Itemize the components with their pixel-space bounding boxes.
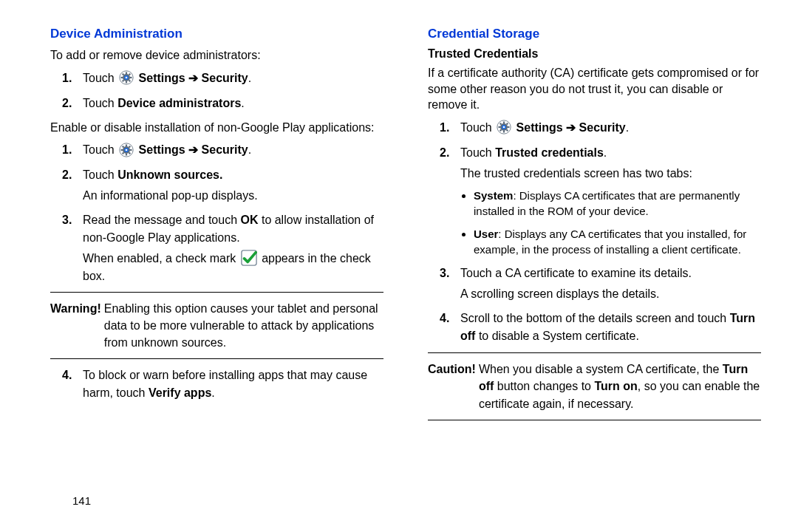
svg-point-36 (503, 126, 505, 129)
svg-rect-28 (499, 126, 501, 128)
step-text: . (211, 386, 214, 399)
list-item: System: Displays CA certificates that ar… (474, 188, 761, 219)
step-item: Touch Trusted credentials. The trusted c… (460, 144, 761, 257)
ok-label: OK (240, 214, 258, 226)
step-text: Touch (83, 168, 117, 181)
device-admin-intro: To add or remove device administrators: (50, 47, 383, 64)
page-number: 141 (72, 494, 91, 507)
step-text: . (604, 146, 607, 159)
settings-label: Settings (139, 143, 185, 156)
step-text: . (241, 97, 244, 109)
right-column: Credential Storage Trusted Credentials I… (428, 27, 761, 428)
caution-note: Caution! When you disable a system CA ce… (428, 361, 761, 412)
divider (50, 358, 383, 359)
gear-icon (497, 120, 511, 134)
svg-rect-27 (503, 131, 505, 133)
step-follow-text: An informational pop-up displays. (83, 187, 383, 204)
trusted-credentials-steps: Touch Settings ➔ Security. Touch Trusted… (428, 119, 761, 345)
step-text: Touch (83, 72, 117, 84)
svg-rect-15 (121, 149, 123, 151)
verify-apps-steps: To block or warn before installing apps … (50, 366, 383, 402)
svg-point-23 (126, 149, 128, 151)
svg-rect-3 (121, 77, 123, 78)
svg-rect-26 (503, 122, 505, 124)
unknown-sources-intro: Enable or disable installation of non-Go… (50, 120, 383, 136)
caution-label: Caution! (428, 361, 476, 412)
tabs-bullets: System: Displays CA certificates that ar… (460, 188, 761, 257)
step-item: Touch Settings ➔ Security. (460, 119, 761, 137)
step-text: . (626, 121, 629, 134)
caution-text: button changes to (494, 380, 594, 392)
system-tab-label: System (474, 189, 513, 202)
step-text: Touch (83, 97, 117, 109)
device-admin-heading: Device Administration (50, 27, 383, 41)
svg-rect-29 (508, 126, 510, 128)
arrow-icon: ➔ (185, 143, 202, 156)
divider (428, 420, 761, 420)
step-item: Scroll to the bottom of the details scre… (460, 310, 761, 345)
trusted-credentials-label: Trusted credentials (495, 146, 604, 159)
step-follow-text: When enabled, a check mark appears in th… (83, 250, 383, 284)
device-admin-steps-a: Touch Settings ➔ Security. Touch Device … (50, 69, 383, 112)
warning-label: Warning! (50, 300, 101, 352)
step-item: Touch Settings ➔ Security. (83, 69, 383, 87)
unknown-sources-label: Unknown sources. (117, 168, 222, 181)
trusted-credentials-intro: If a certificate authority (CA) certific… (428, 65, 761, 113)
settings-label: Settings (139, 72, 185, 84)
user-tab-label: User (474, 228, 498, 240)
step-text: To block or warn before installing apps … (83, 369, 367, 399)
step-text: . (248, 143, 251, 156)
step-item: Touch Settings ➔ Security. (83, 141, 383, 159)
list-item: User: Displays any CA certificates that … (474, 226, 761, 257)
svg-point-11 (126, 77, 128, 79)
turn-on-label: Turn on (594, 380, 637, 392)
device-administrators-label: Device administrators (117, 97, 241, 109)
arrow-icon: ➔ (563, 121, 579, 134)
security-label: Security (579, 121, 626, 134)
gear-icon (119, 143, 134, 157)
svg-rect-2 (126, 81, 127, 83)
svg-rect-13 (126, 144, 127, 146)
step-item: Touch Unknown sources. An informational … (83, 166, 383, 204)
warning-note: Warning! Enabling this option causes you… (50, 300, 383, 352)
divider (50, 292, 383, 293)
caution-body: When you disable a system CA certificate… (479, 361, 761, 412)
gear-icon (119, 70, 134, 85)
step-text: Scroll to the bottom of the details scre… (460, 312, 730, 324)
svg-rect-4 (130, 77, 132, 78)
svg-rect-1 (126, 72, 127, 75)
caution-text: When you disable a system CA certificate… (479, 363, 723, 375)
step-text: Touch (83, 143, 117, 156)
verify-apps-label: Verify apps (149, 386, 211, 399)
step-text: Touch a CA certificate to examine its de… (460, 267, 692, 279)
bullet-body: : Displays any CA certificates that you … (474, 228, 746, 256)
step-text: . (248, 72, 251, 84)
arrow-icon: ➔ (185, 72, 202, 84)
credential-storage-heading: Credential Storage (428, 27, 761, 41)
checkmark-icon (241, 250, 257, 266)
warning-body: Enabling this option causes your tablet … (104, 300, 383, 352)
step-follow-text: The trusted credentials screen has two t… (460, 165, 761, 182)
svg-rect-16 (130, 149, 132, 151)
step-text: Touch (460, 121, 495, 134)
step-item: Touch Device administrators. (83, 95, 383, 112)
trusted-credentials-subheading: Trusted Credentials (428, 47, 761, 61)
step-text: to disable a System certificate. (475, 330, 638, 342)
security-label: Security (202, 143, 248, 156)
step-item: Touch a CA certificate to examine its de… (460, 265, 761, 302)
step-text: Read the message and touch (83, 214, 240, 226)
step-text: Touch (460, 146, 495, 159)
divider (428, 352, 761, 353)
bullet-body: : Displays CA certificates that are perm… (474, 189, 740, 217)
settings-label: Settings (516, 121, 563, 134)
step-follow-text: A scrolling screen displays the details. (460, 285, 761, 302)
step-text: When enabled, a check mark (83, 252, 239, 265)
security-label: Security (202, 72, 248, 84)
svg-rect-14 (126, 154, 127, 156)
left-column: Device Administration To add or remove d… (50, 27, 383, 428)
step-item: To block or warn before installing apps … (83, 366, 383, 402)
step-item: Read the message and touch OK to allow i… (83, 211, 383, 284)
unknown-sources-steps: Touch Settings ➔ Security. Touch Unknown… (50, 141, 383, 284)
